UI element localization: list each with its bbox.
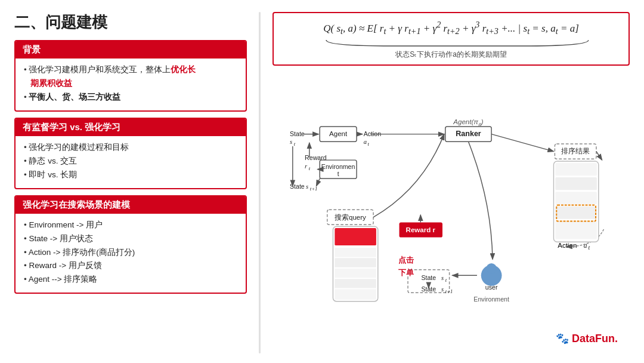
list-item: Agent --> 排序策略 xyxy=(24,273,237,287)
agent-text: Agent xyxy=(329,130,348,137)
vertical-divider xyxy=(259,12,261,353)
right-panel: 京东 Q( st, a) ≈ E[ rt + γ rt+1 + γ2 rt+2 … xyxy=(273,12,630,353)
ranker-down-arrow xyxy=(468,141,493,259)
list-item: State -> 用户状态 xyxy=(24,232,237,246)
formula-subtitle: 状态Sₜ下执行动作a的长期奖励期望 xyxy=(284,50,618,60)
phone-banner xyxy=(335,228,376,245)
list-item: 强化学习建模用户和系统交互，整体上优化长 期累积收益 xyxy=(24,63,237,91)
phone-row2 xyxy=(335,258,376,267)
svg-text:s: s xyxy=(306,183,308,190)
rphone-row3 xyxy=(555,192,597,204)
svg-text:t: t xyxy=(294,141,296,147)
state-label-top: State xyxy=(290,130,305,137)
list-item: Action -> 排序动作(商品打分) xyxy=(24,246,237,260)
svg-text:r: r xyxy=(305,163,308,170)
formula-main: Q( st, a) ≈ E[ rt + γ rt+1 + γ2 rt+2 + γ… xyxy=(284,19,618,38)
svg-text:t: t xyxy=(338,170,339,177)
rphone-row1 xyxy=(555,163,597,176)
underbrace-svg xyxy=(314,38,589,48)
svg-text:s: s xyxy=(441,286,444,293)
page-title: 二、问题建模 xyxy=(14,12,247,33)
svg-line-20 xyxy=(316,179,320,186)
section-supervised-rl-header: 有监督学习 vs. 强化学习 xyxy=(16,119,246,136)
datafun-text: DataFun. xyxy=(572,333,618,344)
reward-r-text: Reward r xyxy=(406,226,436,233)
search-query-text: 搜索query xyxy=(335,213,366,220)
list-item: 平衡人、货、场三方收益 xyxy=(24,91,237,104)
formula-brace-row xyxy=(284,38,618,48)
query-to-ranker-arrow xyxy=(373,134,444,217)
section-supervised-rl-body: 强化学习的建模过程和目标 静态 vs. 交互 即时 vs. 长期 xyxy=(16,136,246,188)
rphone-row2 xyxy=(555,177,597,190)
sort-result-text: 排序结果 xyxy=(561,147,590,155)
section-background-header: 背景 xyxy=(16,41,246,59)
section-supervised-rl: 有监督学习 vs. 强化学习 强化学习的建模过程和目标 静态 vs. 交互 即时… xyxy=(14,118,247,189)
section-rl-search-header: 强化学习在搜索场景的建模 xyxy=(16,196,246,214)
highlight-text: 优化长 期累积收益 xyxy=(24,65,196,88)
svg-text:t+1: t+1 xyxy=(310,186,318,192)
state-bottom-text: State xyxy=(421,274,436,281)
list-item: Environment -> 用户 xyxy=(24,219,237,232)
datafun-logo: 🐾 DataFun. xyxy=(556,332,618,345)
svg-text:t: t xyxy=(309,165,311,171)
diagram-svg: State s t Agent Action a t Reward r t En… xyxy=(273,70,630,353)
list-item: 强化学习的建模过程和目标 xyxy=(24,141,237,155)
list-item: 即时 vs. 长期 xyxy=(24,168,237,182)
left-panel: 二、问题建模 背景 强化学习建模用户和系统交互，整体上优化长 期累积收益 平衡人… xyxy=(14,12,247,353)
svg-text:a: a xyxy=(364,139,367,145)
svg-text:t+1: t+1 xyxy=(445,288,453,294)
list-item: 静态 vs. 交互 xyxy=(24,155,237,168)
list-item: Reward -> 用户反馈 xyxy=(24,259,237,273)
rphone-row4 xyxy=(555,206,597,219)
phone-row4 xyxy=(335,279,376,288)
main-container: 二、问题建模 背景 强化学习建模用户和系统交互，整体上优化长 期累积收益 平衡人… xyxy=(0,0,644,363)
action-label: Action xyxy=(364,130,382,137)
ranker-to-sort-arrow xyxy=(491,134,553,152)
svg-text:s: s xyxy=(290,139,292,145)
svg-text:State: State xyxy=(421,285,436,293)
user-text: user xyxy=(485,284,498,291)
action-at-label: Action xyxy=(558,242,577,249)
svg-text:a: a xyxy=(584,242,587,250)
sort-to-phone-arrow xyxy=(596,151,602,159)
svg-text:t: t xyxy=(367,141,369,147)
phone-row1 xyxy=(335,248,376,257)
click-label: 点击 xyxy=(398,256,414,264)
svg-text:t: t xyxy=(588,244,590,251)
diagram-area: State s t Agent Action a t Reward r t En… xyxy=(273,70,630,353)
section-rl-search: 强化学习在搜索场景的建模 Environment -> 用户 State -> … xyxy=(14,195,247,294)
order-label: 下单 xyxy=(398,268,414,277)
user-icon-head xyxy=(486,263,496,273)
phone-row3 xyxy=(335,269,376,278)
datafun-icon: 🐾 xyxy=(556,333,569,344)
section-background: 背景 强化学习建模用户和系统交互，整体上优化长 期累积收益 平衡人、货、场三方收… xyxy=(14,40,247,112)
svg-text:s: s xyxy=(441,275,444,281)
section-background-body: 强化学习建模用户和系统交互，整体上优化长 期累积收益 平衡人、货、场三方收益 xyxy=(16,59,246,110)
formula-box: Q( st, a) ≈ E[ rt + γ rt+1 + γ2 rt+2 + γ… xyxy=(273,12,630,66)
ranker-text: Ranker xyxy=(456,130,481,138)
phone-row5 xyxy=(335,289,376,299)
environment-text: Environmen xyxy=(321,162,355,170)
rphone-row5 xyxy=(555,220,597,239)
state-next-label: State xyxy=(290,183,305,190)
environment-bottom-label: Environment xyxy=(473,296,509,303)
section-rl-search-body: Environment -> 用户 State -> 用户状态 Action -… xyxy=(16,214,246,293)
